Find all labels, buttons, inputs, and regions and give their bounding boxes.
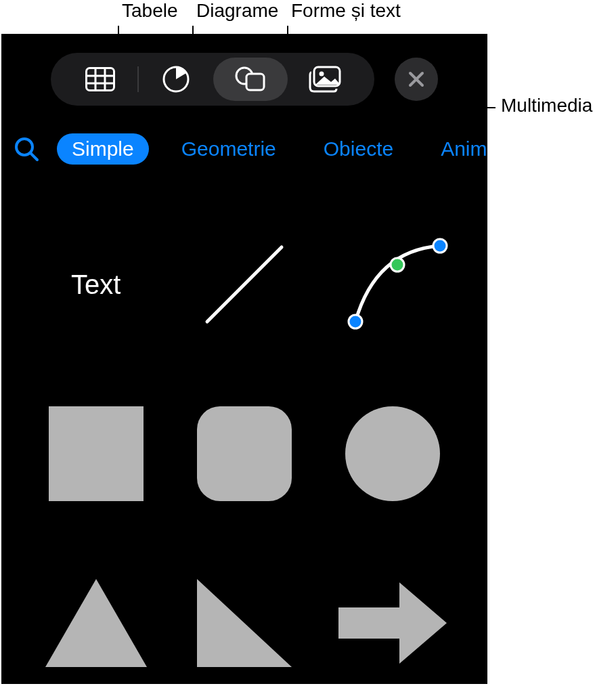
svg-marker-18 xyxy=(45,579,147,667)
callout-shapes-text: Forme și text xyxy=(291,0,401,22)
callout-tables: Tabele xyxy=(122,0,178,22)
chart-icon xyxy=(162,65,190,93)
right-triangle-icon xyxy=(194,576,295,670)
callout-media: Multimedia xyxy=(501,95,592,116)
svg-point-9 xyxy=(320,72,324,77)
bezier-curve-icon xyxy=(335,227,450,342)
close-button[interactable] xyxy=(395,58,438,101)
shape-circle[interactable] xyxy=(335,396,450,511)
shape-rounded-square[interactable] xyxy=(187,396,302,511)
text-shape-label: Text xyxy=(71,270,120,300)
callouts-top: Tabele Diagrame Forme și text xyxy=(0,0,616,34)
media-button[interactable] xyxy=(288,58,362,101)
circle-icon xyxy=(345,406,440,501)
svg-point-15 xyxy=(349,315,362,328)
shape-square[interactable] xyxy=(39,396,154,511)
tables-button[interactable] xyxy=(63,58,137,101)
svg-point-16 xyxy=(433,239,447,253)
close-icon xyxy=(408,70,425,88)
svg-marker-20 xyxy=(338,582,447,664)
media-icon xyxy=(308,66,342,93)
shape-triangle[interactable] xyxy=(39,565,154,681)
shapes-grid: Text xyxy=(1,190,487,684)
svg-point-17 xyxy=(391,258,404,272)
shape-icon xyxy=(234,66,267,93)
shape-text[interactable]: Text xyxy=(39,227,154,342)
tab-obiecte[interactable]: Obiecte xyxy=(309,133,408,165)
svg-rect-0 xyxy=(87,68,114,91)
shape-line[interactable] xyxy=(187,227,302,342)
svg-line-14 xyxy=(207,247,282,322)
tab-geometrie[interactable]: Geometrie xyxy=(167,133,291,165)
svg-rect-7 xyxy=(246,74,264,90)
line-shape-icon xyxy=(194,234,295,335)
tab-animale[interactable]: Animale xyxy=(426,133,487,165)
tab-simple[interactable]: Simple xyxy=(57,133,149,165)
svg-marker-19 xyxy=(197,579,292,667)
rounded-square-icon xyxy=(197,406,292,501)
triangle-icon xyxy=(42,576,150,670)
square-icon xyxy=(49,406,144,501)
toolbar-pill xyxy=(51,53,374,106)
insert-toolbar xyxy=(51,53,438,106)
search-button[interactable] xyxy=(14,134,39,164)
charts-button[interactable] xyxy=(139,58,213,101)
callout-charts: Diagrame xyxy=(196,0,278,22)
shapes-button[interactable] xyxy=(213,58,288,101)
svg-line-13 xyxy=(30,153,37,160)
table-icon xyxy=(85,67,115,91)
insert-panel: Simple Geometrie Obiecte Animale Text xyxy=(1,34,487,684)
arrow-right-icon xyxy=(335,579,450,667)
shape-right-triangle[interactable] xyxy=(187,565,302,681)
search-icon xyxy=(14,136,39,162)
shape-bezier[interactable] xyxy=(335,227,450,342)
shape-arrow-right[interactable] xyxy=(335,565,450,681)
shape-categories-row: Simple Geometrie Obiecte Animale xyxy=(1,125,487,173)
